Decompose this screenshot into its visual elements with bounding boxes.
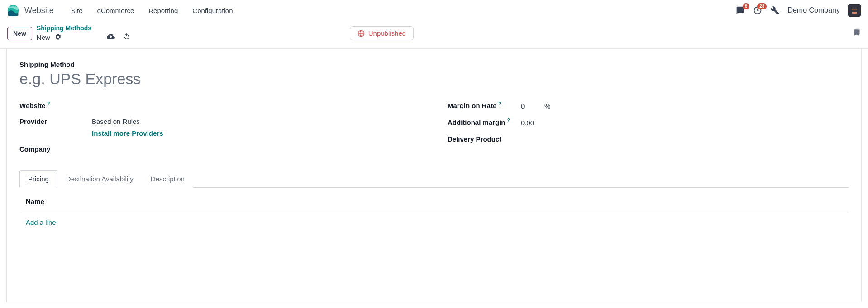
add-line-link[interactable]: Add a line bbox=[19, 212, 56, 228]
cloud-upload-icon[interactable] bbox=[107, 33, 115, 42]
breadcrumb-parent[interactable]: Shipping Methods bbox=[37, 24, 130, 32]
app-name[interactable]: Website bbox=[24, 6, 54, 15]
new-button[interactable]: New bbox=[7, 27, 32, 40]
bookmark-icon[interactable] bbox=[853, 28, 861, 38]
margin-rate-unit: % bbox=[544, 102, 550, 110]
tabs: Pricing Destination Availability Descrip… bbox=[19, 170, 849, 188]
action-bar: New Shipping Methods New Unpublished bbox=[0, 21, 868, 48]
provider-value[interactable]: Based on Rules bbox=[92, 118, 140, 125]
margin-rate-help-icon[interactable]: ? bbox=[498, 101, 501, 106]
additional-margin-label: Additional margin bbox=[448, 118, 506, 126]
row-website: Website ? bbox=[19, 98, 420, 114]
form-col-left: Website ? Provider Based on Rules bbox=[19, 98, 420, 157]
discard-icon[interactable] bbox=[123, 33, 130, 42]
activities-badge: 23 bbox=[757, 3, 767, 9]
svg-rect-6 bbox=[852, 12, 857, 14]
breadcrumb-current: New bbox=[37, 33, 50, 41]
form-col-right: Margin on Rate ? % Additional margin ? bbox=[448, 98, 849, 157]
sheet-wrap: Shipping Method Website ? Provider bbox=[0, 48, 868, 302]
unpublished-label: Unpublished bbox=[368, 29, 406, 37]
tab-description[interactable]: Description bbox=[142, 170, 193, 188]
form-sheet: Shipping Method Website ? Provider bbox=[6, 49, 862, 302]
tab-pricing[interactable]: Pricing bbox=[19, 170, 57, 188]
nav-configuration[interactable]: Configuration bbox=[186, 4, 239, 17]
tab-destination-availability[interactable]: Destination Availability bbox=[57, 170, 142, 188]
pricing-name-header: Name bbox=[19, 194, 849, 212]
row-margin-rate: Margin on Rate ? % bbox=[448, 98, 849, 114]
navbar-right: 6 23 Demo Company bbox=[736, 4, 861, 17]
svg-rect-5 bbox=[852, 9, 857, 10]
company-label: Company bbox=[19, 145, 50, 153]
nav-site[interactable]: Site bbox=[65, 4, 89, 17]
provider-label: Provider bbox=[19, 118, 47, 125]
actionbar-center: Unpublished bbox=[350, 26, 414, 40]
title-label: Shipping Method bbox=[19, 61, 849, 68]
website-help-icon[interactable]: ? bbox=[47, 101, 50, 106]
gear-icon[interactable] bbox=[55, 33, 62, 42]
form-grid: Website ? Provider Based on Rules bbox=[19, 98, 849, 157]
app-logo[interactable] bbox=[7, 5, 19, 16]
install-more-providers-link[interactable]: Install more Providers bbox=[92, 129, 163, 137]
delivery-product-label: Delivery Product bbox=[448, 135, 501, 143]
website-label: Website bbox=[19, 102, 45, 109]
messages-icon[interactable]: 6 bbox=[736, 6, 745, 15]
tools-icon[interactable] bbox=[770, 6, 779, 15]
navbar-left: Website Site eCommerce Reporting Configu… bbox=[7, 4, 239, 17]
tab-content-pricing: Name Add a line bbox=[19, 188, 849, 228]
row-install-more: Install more Providers bbox=[19, 129, 420, 141]
row-delivery-product: Delivery Product bbox=[448, 131, 849, 147]
nav-ecommerce[interactable]: eCommerce bbox=[91, 4, 141, 17]
shipping-method-name-input[interactable] bbox=[19, 68, 849, 91]
unpublished-button[interactable]: Unpublished bbox=[350, 26, 414, 40]
row-company: Company bbox=[19, 141, 420, 157]
row-provider: Provider Based on Rules bbox=[19, 114, 420, 129]
additional-margin-input[interactable] bbox=[520, 118, 543, 127]
margin-rate-label: Margin on Rate bbox=[448, 102, 496, 109]
nav-reporting[interactable]: Reporting bbox=[142, 4, 184, 17]
user-avatar[interactable] bbox=[848, 4, 861, 17]
margin-rate-input[interactable] bbox=[520, 102, 538, 110]
company-selector[interactable]: Demo Company bbox=[787, 6, 840, 14]
additional-margin-help-icon[interactable]: ? bbox=[507, 118, 510, 123]
messages-badge: 6 bbox=[743, 3, 750, 9]
activities-icon[interactable]: 23 bbox=[753, 6, 762, 15]
row-additional-margin: Additional margin ? bbox=[448, 114, 849, 131]
top-navbar: Website Site eCommerce Reporting Configu… bbox=[0, 0, 868, 21]
breadcrumb: Shipping Methods New bbox=[37, 24, 130, 42]
